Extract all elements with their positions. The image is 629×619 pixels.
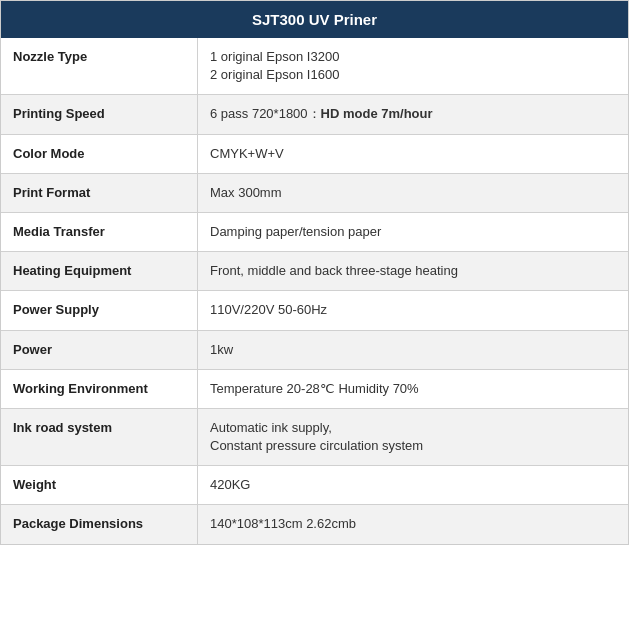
- table-row: Print Format Max 300mm: [1, 174, 628, 213]
- table-row: Weight 420KG: [1, 466, 628, 505]
- table-row: Working Environment Temperature 20-28℃ H…: [1, 370, 628, 409]
- row-label-ink-road-system: Ink road system: [1, 409, 198, 465]
- row-value-media-transfer: Damping paper/tension paper: [198, 213, 628, 251]
- printing-speed-highlight: HD mode 7m/hour: [321, 106, 433, 121]
- table-row: Media Transfer Damping paper/tension pap…: [1, 213, 628, 252]
- row-value-color-mode: CMYK+W+V: [198, 135, 628, 173]
- row-value-print-format: Max 300mm: [198, 174, 628, 212]
- row-label-media-transfer: Media Transfer: [1, 213, 198, 251]
- row-label-color-mode: Color Mode: [1, 135, 198, 173]
- table-title: SJT300 UV Priner: [252, 11, 377, 28]
- spec-table: SJT300 UV Priner Nozzle Type 1 original …: [0, 0, 629, 545]
- table-row: Power Supply 110V/220V 50-60Hz: [1, 291, 628, 330]
- row-value-weight: 420KG: [198, 466, 628, 504]
- table-row: Power 1kw: [1, 331, 628, 370]
- row-label-heating-equipment: Heating Equipment: [1, 252, 198, 290]
- table-header: SJT300 UV Priner: [1, 1, 628, 38]
- row-value-power-supply: 110V/220V 50-60Hz: [198, 291, 628, 329]
- row-label-weight: Weight: [1, 466, 198, 504]
- table-row: Nozzle Type 1 original Epson I32002 orig…: [1, 38, 628, 95]
- row-label-nozzle-type: Nozzle Type: [1, 38, 198, 94]
- table-row: Ink road system Automatic ink supply,Con…: [1, 409, 628, 466]
- table-row: Printing Speed 6 pass 720*1800：HD mode 7…: [1, 95, 628, 134]
- row-value-ink-road-system: Automatic ink supply,Constant pressure c…: [198, 409, 628, 465]
- row-label-print-format: Print Format: [1, 174, 198, 212]
- row-label-power-supply: Power Supply: [1, 291, 198, 329]
- table-row: Heating Equipment Front, middle and back…: [1, 252, 628, 291]
- table-row: Color Mode CMYK+W+V: [1, 135, 628, 174]
- row-value-power: 1kw: [198, 331, 628, 369]
- row-label-package-dimensions: Package Dimensions: [1, 505, 198, 543]
- row-value-heating-equipment: Front, middle and back three-stage heati…: [198, 252, 628, 290]
- row-label-power: Power: [1, 331, 198, 369]
- row-value-nozzle-type: 1 original Epson I32002 original Epson I…: [198, 38, 628, 94]
- row-value-package-dimensions: 140*108*113cm 2.62cmb: [198, 505, 628, 543]
- row-label-working-environment: Working Environment: [1, 370, 198, 408]
- table-row: Package Dimensions 140*108*113cm 2.62cmb: [1, 505, 628, 543]
- row-value-working-environment: Temperature 20-28℃ Humidity 70%: [198, 370, 628, 408]
- row-label-printing-speed: Printing Speed: [1, 95, 198, 133]
- row-value-printing-speed: 6 pass 720*1800：HD mode 7m/hour: [198, 95, 628, 133]
